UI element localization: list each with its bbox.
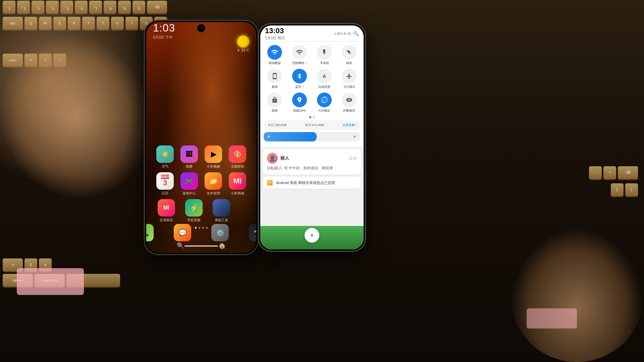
- qs-dual-gps[interactable]: 双频GPS: [288, 93, 311, 113]
- qs-rotation[interactable]: 方向锁定: [313, 93, 335, 113]
- right-status-icons: 1.3K/s ⊕ 4G 🔍: [334, 31, 359, 36]
- chat-notification[interactable]: 👤 丽人 13:02 [3条]丽人: 哥 中午好，到外面玩，刚回来: [263, 149, 361, 175]
- qs-bluetooth-btn[interactable]: [292, 69, 307, 83]
- qs-eye-protection-btn[interactable]: [342, 93, 357, 107]
- phone-notch: [197, 24, 205, 32]
- qs-page-dots: [264, 116, 360, 118]
- qs-lockscreen[interactable]: 锁屏: [264, 93, 286, 113]
- app-calendar[interactable]: 星期日3 日历: [154, 172, 176, 196]
- phone-right: 13:03 5月3日 周日 1.3K/s ⊕ 4G 🔍 移动数据: [258, 23, 366, 251]
- wifi-notif-icon: 🛜: [267, 180, 273, 185]
- qs-screenshot-label: 截屏: [272, 85, 278, 89]
- qs-dual-gps-btn[interactable]: [292, 93, 307, 107]
- app-files[interactable]: 📁 文件管理: [203, 172, 224, 196]
- app-mi-store[interactable]: MI 小米商城: [227, 172, 248, 196]
- qs-airplane-btn[interactable]: [342, 69, 357, 83]
- qs-rotation-label: 方向锁定: [318, 109, 330, 113]
- data-month: 本月:674.4MB: [305, 123, 324, 127]
- home-icon[interactable]: 🏠: [218, 242, 226, 249]
- pink-object-2: [527, 308, 577, 328]
- app-tools-label: 系统工具: [215, 218, 228, 223]
- qs-dot-2: [313, 116, 315, 118]
- app-row-3: MI 应用商店 ⚡ 手机管家 系统工具: [153, 199, 250, 223]
- qs-flashlight-btn[interactable]: [317, 45, 332, 60]
- app-phone-manager[interactable]: ⚡ 手机管家: [183, 199, 205, 223]
- dock-camera[interactable]: 📷: [249, 224, 256, 243]
- brightness-slider[interactable]: ☀ ☀: [264, 132, 360, 141]
- search-icon[interactable]: 🔍: [177, 242, 184, 249]
- qs-auto-brightness-btn[interactable]: A: [317, 69, 332, 83]
- qs-lockscreen-btn[interactable]: [267, 93, 282, 107]
- qs-airplane-label: 飞行模式: [343, 85, 355, 89]
- data-settings-link[interactable]: 设置套餐>: [342, 123, 356, 127]
- left-phone-date: 5月3日 下午: [153, 35, 175, 40]
- dock-camera-icon: 📷: [249, 224, 256, 241]
- app-video-icon: ▶: [205, 145, 222, 163]
- app-tools-icon: [213, 199, 230, 217]
- dock-phone[interactable]: 📞: [146, 224, 154, 243]
- app-manager-label: 手机管家: [187, 218, 201, 223]
- phone-screen-left: 1:03 5月3日 下午 ☀ 31°C ☀️ 天气 🖼: [146, 22, 256, 253]
- notif-header: 👤 丽人 13:02: [267, 153, 357, 164]
- app-appstore[interactable]: MI 应用商店: [156, 199, 177, 223]
- qs-silent-btn[interactable]: [342, 45, 357, 60]
- dock-settings[interactable]: ⚙️: [211, 224, 229, 243]
- qs-mobile-data-label: 移动数据: [269, 61, 281, 65]
- phone-screen-right: 13:03 5月3日 周日 1.3K/s ⊕ 4G 🔍 移动数据: [260, 25, 364, 249]
- app-system-tools[interactable]: 系统工具: [211, 199, 232, 223]
- dock-messages[interactable]: 💬: [174, 224, 191, 243]
- qs-flashlight[interactable]: 手电筒: [313, 45, 335, 65]
- key-equals: =: [603, 166, 616, 179]
- qs-flashlight-label: 手电筒: [320, 61, 329, 65]
- app-calendar-icon: 星期日3: [156, 172, 174, 190]
- qs-wifi[interactable]: 无线网络↗: [288, 45, 311, 65]
- qs-mobile-data-btn[interactable]: [267, 45, 282, 60]
- hands-area: [0, 0, 168, 201]
- qs-bluetooth[interactable]: 蓝牙↗: [288, 69, 311, 89]
- qs-mobile-data[interactable]: 移动数据: [264, 45, 286, 65]
- qs-wifi-label: 无线网络↗: [292, 61, 307, 65]
- weather-widget: ☀ 31°C: [237, 36, 250, 53]
- dock-settings-icon: ⚙️: [211, 224, 229, 241]
- app-wallpaper-icon: 🎨: [229, 145, 246, 163]
- qs-grid-row3: 锁屏 双频GPS 方向锁定: [264, 93, 360, 113]
- right-phone-time: 13:03: [265, 26, 285, 35]
- qs-silent-label: 静音: [346, 61, 352, 65]
- weather-temp: ☀ 31°C: [237, 48, 250, 53]
- app-game-label: 游戏中心: [182, 191, 196, 196]
- dock: 📞 💬 ⚙️ 📷: [146, 224, 256, 243]
- app-game[interactable]: 🎮 游戏中心: [178, 172, 200, 196]
- app-wallpaper[interactable]: 🎨 主题壁纸: [227, 145, 248, 169]
- qs-silent[interactable]: 静音: [338, 45, 360, 65]
- app-weather[interactable]: ☀️ 天气: [154, 145, 176, 169]
- qs-eye-protection[interactable]: 护眼模式: [338, 93, 360, 113]
- key-backspace-r: ⌫: [618, 166, 638, 179]
- key-bracket-r: ]: [625, 183, 638, 196]
- notif-avatar: 👤: [267, 153, 278, 164]
- qs-screenshot[interactable]: 截屏: [264, 69, 286, 89]
- app-video[interactable]: ▶ 小米视频: [203, 145, 224, 169]
- brightness-low-icon: ☀: [267, 134, 271, 139]
- app-appstore-icon: MI: [158, 199, 175, 217]
- qs-auto-brightness[interactable]: A 自动亮度: [313, 69, 335, 89]
- qs-rotation-btn[interactable]: [317, 93, 332, 107]
- app-gallery-label: 相册: [186, 164, 193, 169]
- app-calendar-label: 日历: [162, 191, 168, 196]
- app-files-label: 文件管理: [207, 191, 220, 196]
- notif-name: 丽人: [280, 155, 348, 161]
- right-status-bar: 13:03 5月3日 周日 1.3K/s ⊕ 4G 🔍: [260, 25, 364, 42]
- app-grid: ☀️ 天气 🖼 相册 ▶ 小米视频 🎨 主题壁纸: [146, 145, 256, 226]
- app-row-2: 星期日3 日历 🎮 游戏中心 📁 文件管理 MI 小米商城: [153, 172, 250, 196]
- wifi-notification[interactable]: 🛜 Android 系统 网络共享或热点已启用: [263, 177, 361, 189]
- qs-wifi-btn[interactable]: [292, 45, 307, 60]
- app-gallery[interactable]: 🖼 相册: [178, 145, 200, 169]
- qs-dual-gps-label: 双频GPS: [293, 109, 306, 113]
- hand-right: [510, 228, 644, 362]
- brightness-high-icon: ☀: [353, 134, 357, 139]
- search-icon-right[interactable]: 🔍: [353, 31, 359, 36]
- qs-screenshot-btn[interactable]: [267, 69, 282, 83]
- key-minus: -: [589, 166, 602, 179]
- qs-airplane[interactable]: 飞行模式: [338, 69, 360, 89]
- app-files-icon: 📁: [205, 172, 222, 190]
- close-notifications-button[interactable]: ×: [305, 228, 319, 243]
